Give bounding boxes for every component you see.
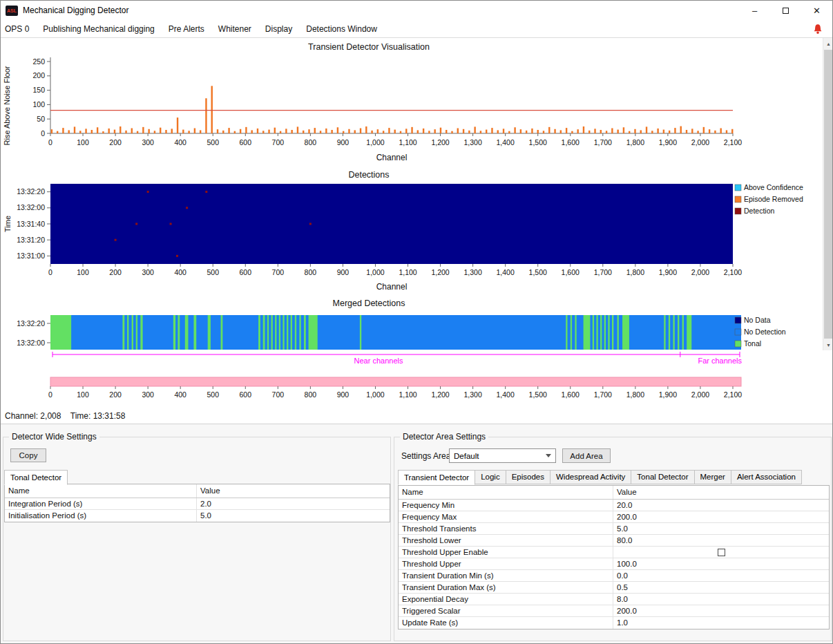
minimize-button[interactable]: – [739, 1, 770, 20]
tonal-segment [566, 315, 567, 350]
scrollbar-thumb[interactable] [824, 50, 833, 339]
transient-bar [669, 131, 670, 133]
add-area-button[interactable]: Add Area [562, 448, 611, 463]
column-header-name: Name [5, 484, 197, 498]
setting-value[interactable]: 5.0 [613, 523, 829, 534]
tick-label: 0 [48, 138, 52, 146]
tick-label: 100 [77, 268, 89, 276]
transient-bar [560, 130, 562, 133]
tick-label: 13:32:00 [17, 339, 45, 347]
setting-value[interactable]: 0.0 [613, 570, 829, 581]
table-row-threshold-lower[interactable]: Threshold Lower80.0 [399, 535, 829, 547]
scroll-down-icon[interactable]: ▼ [823, 339, 833, 350]
tab-transient-detector[interactable]: Transient Detector [398, 470, 475, 485]
alert-bell-icon[interactable] [812, 23, 823, 35]
tonal-segment [267, 315, 269, 350]
table-row-triggered-scalar[interactable]: Triggered Scalar200.0 [399, 605, 829, 617]
setting-name: Initialisation Period (s) [5, 510, 197, 522]
table-row-update-rate-s-[interactable]: Update Rate (s)1.0 [399, 617, 829, 629]
tick-label: 1,300 [463, 138, 481, 146]
transient-bar [365, 126, 367, 133]
setting-value[interactable]: 100.0 [613, 558, 829, 569]
setting-value[interactable]: 2.0 [197, 498, 390, 509]
settings-area-dropdown[interactable]: Default [449, 448, 556, 463]
table-row-threshold-upper-enable[interactable]: Threshold Upper Enable [399, 547, 829, 558]
transient-bar [383, 131, 384, 133]
transient-bar [257, 129, 258, 133]
close-button[interactable]: ✕ [801, 1, 832, 20]
setting-name: Update Rate (s) [399, 617, 613, 629]
transient-bar [457, 129, 459, 133]
setting-value[interactable]: 8.0 [613, 594, 829, 605]
tonal-segment [127, 315, 128, 350]
table-row-frequency-max[interactable]: Frequency Max200.0 [399, 511, 829, 523]
detections-heatmap[interactable] [50, 184, 733, 264]
table-row-transient-duration-min-s-[interactable]: Transient Duration Min (s)0.0 [399, 570, 829, 582]
maximize-button[interactable] [770, 1, 801, 20]
tab-alert-association[interactable]: Alert Association [731, 470, 802, 484]
setting-value[interactable]: 1.0 [613, 617, 829, 629]
copy-button[interactable]: Copy [10, 448, 46, 462]
setting-value[interactable]: 5.0 [197, 510, 390, 522]
table-row-exponential-decay[interactable]: Exponential Decay8.0 [399, 594, 829, 605]
vertical-scrollbar[interactable]: ▲ ▼ [823, 38, 833, 350]
menu-item-pre-alerts[interactable]: Pre Alerts [162, 20, 211, 37]
table-row-integration-period-s-[interactable]: Integration Period (s)2.0 [5, 498, 390, 510]
setting-value[interactable]: 20.0 [613, 500, 829, 511]
transient-bar [320, 131, 321, 133]
tab-tonal-detector[interactable]: Tonal Detector [631, 470, 694, 484]
menu-item-display[interactable]: Display [258, 20, 299, 37]
checkbox-threshold-upper-enable[interactable] [718, 549, 725, 556]
table-row-transient-duration-max-s-[interactable]: Transient Duration Max (s)0.5 [399, 582, 829, 594]
tick-label: 2,000 [691, 390, 709, 399]
tonal-segment [593, 315, 594, 350]
setting-value[interactable]: 200.0 [613, 511, 829, 522]
menu-item-detections-window[interactable]: Detections Window [299, 20, 384, 37]
tonal-segment [604, 315, 606, 350]
setting-value[interactable]: 80.0 [613, 535, 829, 546]
tick-label: 13:31:20 [17, 236, 45, 244]
tick-label: 1,400 [497, 390, 515, 399]
tonal-segment [304, 315, 306, 350]
setting-name: Threshold Transients [399, 523, 613, 534]
transient-bar [222, 131, 224, 133]
setting-name: Integration Period (s) [5, 498, 197, 509]
tonal-segment [669, 315, 670, 350]
tick-label: 50 [37, 115, 45, 123]
transient-bar [177, 117, 178, 133]
scroll-up-icon[interactable]: ▲ [823, 38, 833, 49]
tab-widespread-activity[interactable]: Widespread Activity [550, 470, 631, 484]
menu-item-publishing-mechanical-digging[interactable]: Publishing Mechanical digging [36, 20, 161, 37]
detector-area-settings-title: Detector Area Settings [400, 432, 488, 442]
transient-bar [314, 128, 316, 133]
setting-value[interactable]: 0.5 [613, 582, 829, 593]
table-row-frequency-min[interactable]: Frequency Min20.0 [399, 500, 829, 511]
tick-label: 2,100 [724, 390, 742, 399]
setting-value[interactable]: 200.0 [613, 605, 829, 616]
tick-label: 1,200 [431, 390, 449, 399]
settings-area-value: Default [454, 452, 479, 460]
setting-value[interactable] [613, 547, 829, 558]
tab-logic[interactable]: Logic [475, 470, 506, 484]
overview-pink-strip[interactable] [50, 377, 741, 386]
tonal-segment [279, 315, 280, 350]
menu-item-ops-0[interactable]: OPS 0 [1, 20, 36, 37]
transient-bar [634, 129, 635, 133]
transient-bar [85, 129, 86, 133]
tick-label: 700 [272, 138, 285, 146]
table-row-initialisation-period-s-[interactable]: Initialisation Period (s)5.0 [5, 510, 390, 522]
transient-bar [651, 131, 653, 133]
merged-band[interactable] [50, 315, 741, 350]
table-row-threshold-upper[interactable]: Threshold Upper100.0 [399, 558, 829, 570]
legend-label: Detection [744, 207, 775, 215]
tick-label: 1,900 [659, 138, 677, 146]
table-row-threshold-transients[interactable]: Threshold Transients5.0 [399, 523, 829, 535]
detector-wide-tabs: Tonal Detector [4, 469, 67, 484]
tab-episodes[interactable]: Episodes [506, 470, 550, 484]
transient-bar [600, 130, 602, 133]
transient-bar [703, 127, 705, 133]
tab-merger[interactable]: Merger [694, 470, 731, 484]
tab-tonal-detector[interactable]: Tonal Detector [4, 470, 68, 485]
menu-item-whitener[interactable]: Whitener [211, 20, 258, 37]
tick-label: 100 [32, 100, 45, 108]
